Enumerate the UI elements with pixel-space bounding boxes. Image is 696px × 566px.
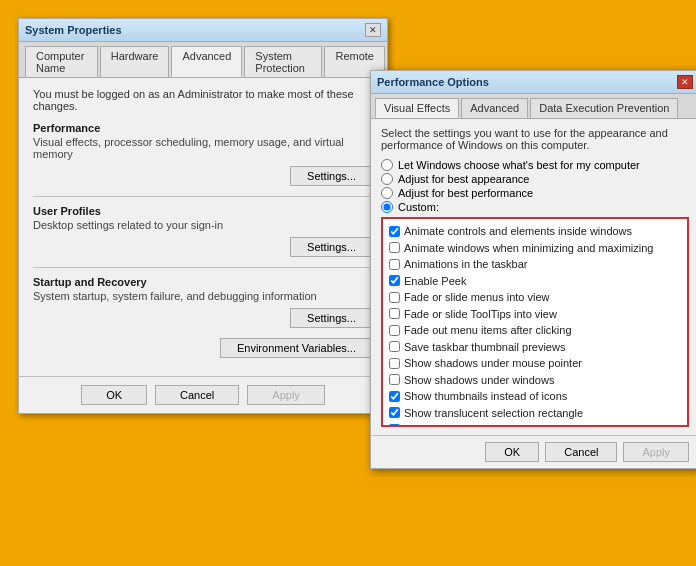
checkbox-thumbnails-label: Show thumbnails instead of icons: [404, 388, 567, 405]
checkbox-enable-peek: Enable Peek: [389, 273, 681, 290]
tab-computer-name[interactable]: Computer Name: [25, 46, 98, 77]
checkbox-translucent-input[interactable]: [389, 407, 400, 418]
perf-close-button[interactable]: ✕: [677, 75, 693, 89]
system-apply-button[interactable]: Apply: [247, 385, 325, 405]
startup-settings-button[interactable]: Settings...: [290, 308, 373, 328]
system-ok-button[interactable]: OK: [81, 385, 147, 405]
tab-dep[interactable]: Data Execution Prevention: [530, 98, 678, 118]
system-properties-dialog: System Properties ✕ Computer Name Hardwa…: [18, 18, 388, 414]
checkbox-thumbnails: Show thumbnails instead of icons: [389, 388, 681, 405]
userprofiles-section-desc: Desktop settings related to your sign-in: [33, 219, 373, 231]
perf-cancel-button[interactable]: Cancel: [545, 442, 617, 462]
system-dialog-footer: OK Cancel Apply: [19, 376, 387, 413]
checkbox-translucent: Show translucent selection rectangle: [389, 405, 681, 422]
perf-apply-button[interactable]: Apply: [623, 442, 689, 462]
tab-advanced-perf[interactable]: Advanced: [461, 98, 528, 118]
userprofiles-settings-button[interactable]: Settings...: [290, 237, 373, 257]
checkbox-fade-tooltips: Fade or slide ToolTips into view: [389, 306, 681, 323]
checkbox-fade-tooltips-input[interactable]: [389, 308, 400, 319]
checkbox-shadows-windows: Show shadows under windows: [389, 372, 681, 389]
radio-best-performance-label: Adjust for best performance: [398, 187, 533, 199]
radio-best-appearance-label: Adjust for best appearance: [398, 173, 529, 185]
checkbox-animate-controls: Animate controls and elements inside win…: [389, 223, 681, 240]
checkbox-shadows-mouse-label: Show shadows under mouse pointer: [404, 355, 582, 372]
checkbox-fade-menu-items-input[interactable]: [389, 325, 400, 336]
checkbox-save-taskbar-previews-label: Save taskbar thumbnail previews: [404, 339, 565, 356]
checkbox-fade-menus-label: Fade or slide menus into view: [404, 289, 550, 306]
checkbox-animate-windows-input[interactable]: [389, 242, 400, 253]
admin-notice: You must be logged on as an Administrato…: [33, 88, 373, 112]
checkbox-animate-windows-label: Animate windows when minimizing and maxi…: [404, 240, 653, 257]
checkbox-fade-menus-input[interactable]: [389, 292, 400, 303]
system-close-button[interactable]: ✕: [365, 23, 381, 37]
radio-best-performance: Adjust for best performance: [381, 187, 689, 199]
radio-group: Let Windows choose what's best for my co…: [381, 159, 689, 213]
checkbox-animate-controls-label: Animate controls and elements inside win…: [404, 223, 632, 240]
radio-custom: Custom:: [381, 201, 689, 213]
checkbox-shadows-mouse-input[interactable]: [389, 358, 400, 369]
checkbox-shadows-windows-label: Show shadows under windows: [404, 372, 554, 389]
checkbox-animations-taskbar: Animations in the taskbar: [389, 256, 681, 273]
system-dialog-title: System Properties: [25, 24, 122, 36]
userprofiles-section-label: User Profiles: [33, 205, 373, 217]
checkbox-fade-menu-items: Fade out menu items after clicking: [389, 322, 681, 339]
checkbox-thumbnails-input[interactable]: [389, 391, 400, 402]
environment-variables-button[interactable]: Environment Variables...: [220, 338, 373, 358]
tab-visual-effects[interactable]: Visual Effects: [375, 98, 459, 118]
checkbox-animate-controls-input[interactable]: [389, 226, 400, 237]
perf-dialog-title: Performance Options: [377, 76, 489, 88]
checkbox-window-contents-input[interactable]: [389, 424, 400, 427]
perf-tab-bar: Visual Effects Advanced Data Execution P…: [371, 94, 696, 119]
perf-dialog-body: Select the settings you want to use for …: [371, 119, 696, 435]
radio-windows-choose-label: Let Windows choose what's best for my co…: [398, 159, 640, 171]
startup-section-desc: System startup, system failure, and debu…: [33, 290, 373, 302]
visual-effects-checkbox-list: Animate controls and elements inside win…: [381, 217, 689, 427]
performance-btn-container: Settings...: [33, 166, 373, 186]
divider-1: [33, 196, 373, 197]
checkbox-translucent-label: Show translucent selection rectangle: [404, 405, 583, 422]
checkbox-save-taskbar-previews: Save taskbar thumbnail previews: [389, 339, 681, 356]
checkbox-shadows-mouse: Show shadows under mouse pointer: [389, 355, 681, 372]
userprofiles-btn-container: Settings...: [33, 237, 373, 257]
radio-custom-label: Custom:: [398, 201, 439, 213]
checkbox-fade-tooltips-label: Fade or slide ToolTips into view: [404, 306, 557, 323]
radio-windows-choose-input[interactable]: [381, 159, 393, 171]
perf-description: Select the settings you want to use for …: [381, 127, 689, 151]
checkbox-enable-peek-input[interactable]: [389, 275, 400, 286]
checkbox-animations-taskbar-label: Animations in the taskbar: [404, 256, 528, 273]
checkbox-fade-menu-items-label: Fade out menu items after clicking: [404, 322, 572, 339]
system-dialog-body: You must be logged on as an Administrato…: [19, 78, 387, 376]
checkbox-window-contents-label: Show window contents while dragging: [404, 421, 590, 427]
checkbox-save-taskbar-previews-input[interactable]: [389, 341, 400, 352]
tab-hardware[interactable]: Hardware: [100, 46, 170, 77]
checkbox-shadows-windows-input[interactable]: [389, 374, 400, 385]
startup-btn-container: Settings...: [33, 308, 373, 328]
divider-2: [33, 267, 373, 268]
performance-settings-button[interactable]: Settings...: [290, 166, 373, 186]
system-tab-bar: Computer Name Hardware Advanced System P…: [19, 42, 387, 78]
radio-best-appearance: Adjust for best appearance: [381, 173, 689, 185]
perf-dialog-footer: OK Cancel Apply: [371, 435, 696, 468]
performance-options-dialog: Performance Options ✕ Visual Effects Adv…: [370, 70, 696, 469]
performance-section-desc: Visual effects, processor scheduling, me…: [33, 136, 373, 160]
perf-titlebar: Performance Options ✕: [371, 71, 696, 94]
tab-advanced[interactable]: Advanced: [171, 46, 242, 77]
checkbox-enable-peek-label: Enable Peek: [404, 273, 466, 290]
performance-section-label: Performance: [33, 122, 373, 134]
radio-best-performance-input[interactable]: [381, 187, 393, 199]
checkbox-animate-windows: Animate windows when minimizing and maxi…: [389, 240, 681, 257]
checkbox-window-contents: Show window contents while dragging: [389, 421, 681, 427]
radio-windows-choose: Let Windows choose what's best for my co…: [381, 159, 689, 171]
radio-custom-input[interactable]: [381, 201, 393, 213]
startup-section-label: Startup and Recovery: [33, 276, 373, 288]
checkbox-animations-taskbar-input[interactable]: [389, 259, 400, 270]
system-cancel-button[interactable]: Cancel: [155, 385, 239, 405]
checkbox-fade-menus: Fade or slide menus into view: [389, 289, 681, 306]
radio-best-appearance-input[interactable]: [381, 173, 393, 185]
system-titlebar: System Properties ✕: [19, 19, 387, 42]
perf-ok-button[interactable]: OK: [485, 442, 539, 462]
tab-system-protection[interactable]: System Protection: [244, 46, 322, 77]
